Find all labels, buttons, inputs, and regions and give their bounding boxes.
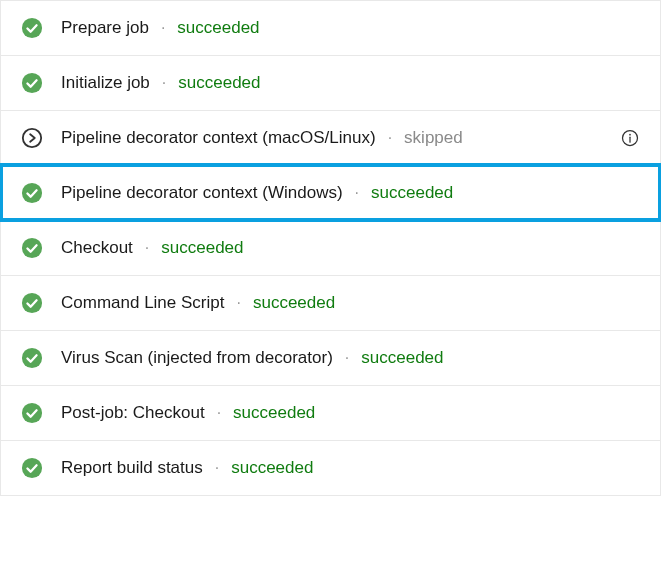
separator: · [236, 294, 240, 312]
svg-point-2 [23, 129, 41, 147]
pipeline-steps-list: Prepare job · succeeded Initialize job ·… [0, 0, 661, 496]
svg-point-7 [22, 238, 42, 258]
step-content: Report build status · succeeded [61, 458, 640, 478]
step-content: Initialize job · succeeded [61, 73, 640, 93]
status-text: succeeded [231, 458, 313, 478]
success-icon [21, 402, 43, 424]
svg-point-8 [22, 293, 42, 313]
step-name: Report build status [61, 458, 203, 478]
step-content: Command Line Script · succeeded [61, 293, 640, 313]
status-text: succeeded [161, 238, 243, 258]
step-name: Pipeline decorator context (Windows) [61, 183, 343, 203]
step-content: Post-job: Checkout · succeeded [61, 403, 640, 423]
step-name: Command Line Script [61, 293, 224, 313]
step-row[interactable]: Prepare job · succeeded [1, 0, 660, 55]
success-icon [21, 182, 43, 204]
step-content: Prepare job · succeeded [61, 18, 640, 38]
step-row[interactable]: Virus Scan (injected from decorator) · s… [1, 330, 660, 385]
step-row[interactable]: Initialize job · succeeded [1, 55, 660, 110]
step-row[interactable]: Checkout · succeeded [1, 220, 660, 275]
separator: · [162, 74, 166, 92]
success-icon [21, 347, 43, 369]
svg-point-9 [22, 348, 42, 368]
svg-point-4 [629, 134, 631, 136]
success-icon [21, 292, 43, 314]
step-content: Virus Scan (injected from decorator) · s… [61, 348, 640, 368]
separator: · [388, 129, 392, 147]
status-text: succeeded [371, 183, 453, 203]
status-text: succeeded [233, 403, 315, 423]
step-name: Post-job: Checkout [61, 403, 205, 423]
svg-point-6 [22, 183, 42, 203]
separator: · [345, 349, 349, 367]
success-icon [21, 457, 43, 479]
step-content: Pipeline decorator context (macOS/Linux)… [61, 128, 602, 148]
step-name: Prepare job [61, 18, 149, 38]
step-row[interactable]: Pipeline decorator context (macOS/Linux)… [1, 110, 660, 165]
step-name: Checkout [61, 238, 133, 258]
skipped-icon [21, 127, 43, 149]
step-content: Checkout · succeeded [61, 238, 640, 258]
step-row[interactable]: Report build status · succeeded [1, 440, 660, 495]
separator: · [161, 19, 165, 37]
success-icon [21, 72, 43, 94]
status-text: succeeded [178, 73, 260, 93]
status-text: succeeded [253, 293, 335, 313]
status-text: succeeded [361, 348, 443, 368]
separator: · [215, 459, 219, 477]
svg-point-0 [22, 18, 42, 38]
step-name: Initialize job [61, 73, 150, 93]
step-row[interactable]: Pipeline decorator context (Windows) · s… [1, 165, 660, 220]
info-icon[interactable] [620, 128, 640, 148]
success-icon [21, 237, 43, 259]
svg-point-11 [22, 458, 42, 478]
success-icon [21, 17, 43, 39]
step-name: Pipeline decorator context (macOS/Linux) [61, 128, 376, 148]
step-row[interactable]: Post-job: Checkout · succeeded [1, 385, 660, 440]
svg-point-1 [22, 73, 42, 93]
status-text: skipped [404, 128, 463, 148]
step-name: Virus Scan (injected from decorator) [61, 348, 333, 368]
step-content: Pipeline decorator context (Windows) · s… [61, 183, 640, 203]
svg-point-10 [22, 403, 42, 423]
separator: · [355, 184, 359, 202]
status-text: succeeded [177, 18, 259, 38]
separator: · [217, 404, 221, 422]
step-row[interactable]: Command Line Script · succeeded [1, 275, 660, 330]
separator: · [145, 239, 149, 257]
